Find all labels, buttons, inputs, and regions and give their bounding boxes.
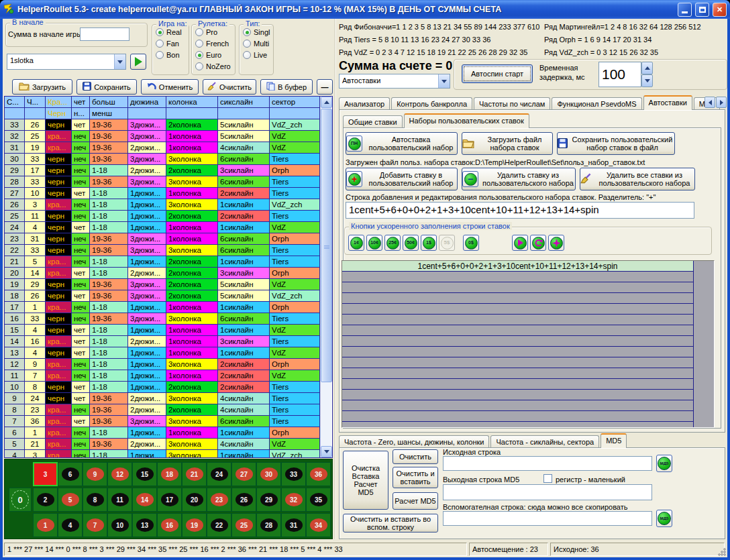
radio-option-live[interactable]: Live [243, 51, 273, 59]
roulette-number-28[interactable]: 28 [256, 513, 281, 537]
roulette-number-4[interactable]: 4 [58, 513, 83, 537]
add-bet-button[interactable]: + Добавить ставку в пользовательский наб… [346, 168, 458, 190]
radio-option-french[interactable]: French [195, 40, 235, 48]
roulette-number-19[interactable]: 19 [182, 513, 207, 537]
scroll-up-icon[interactable] [321, 97, 332, 108]
radio-option-fan[interactable]: Fan [156, 40, 189, 48]
roulette-number-0[interactable]: 0 [9, 488, 32, 512]
scrollbar-thumb[interactable] [321, 109, 332, 382]
table-header[interactable]: менш [90, 108, 128, 119]
close-button[interactable]: ✕ [713, 3, 727, 17]
tab-scroll-left-icon[interactable] [705, 97, 715, 108]
source-string-input[interactable] [443, 456, 652, 471]
roulette-number-7[interactable]: 7 [83, 513, 107, 537]
remove-all-bets-button[interactable]: Удалить все ставки из пользовательского … [580, 168, 695, 190]
autospin-start-button[interactable]: Автоспин старт [462, 64, 533, 83]
roulette-number-22[interactable]: 22 [207, 513, 231, 537]
roulette-number-31[interactable]: 31 [281, 513, 306, 537]
md5-calc-icon[interactable]: МД5 [656, 455, 672, 472]
roulette-number-3[interactable]: 3 [33, 462, 58, 486]
roulette-number-15[interactable]: 15 [132, 462, 157, 486]
aux-string-input[interactable] [443, 511, 652, 526]
table-header[interactable]: Кра... [46, 97, 72, 108]
md5-aux-icon[interactable]: МД5 [656, 510, 672, 527]
load-bet-file-button[interactable]: Загрузить файл набора ставок [462, 132, 553, 155]
to-buffer-button[interactable]: В буфер [260, 79, 313, 95]
table-header[interactable]: больш [90, 97, 128, 108]
chevron-down-icon[interactable] [114, 54, 125, 69]
run-preset-button[interactable] [130, 54, 146, 70]
quick-bet-10-button[interactable]: 10¢ [366, 235, 382, 251]
tab-scroll-right-icon[interactable] [716, 97, 727, 108]
autobet-user-set-button[interactable]: ПН Автоставка пользовательский набор [346, 132, 458, 155]
radio-option-multi[interactable]: Multi [243, 40, 273, 48]
roulette-number-11[interactable]: 11 [107, 488, 132, 512]
md5-clear-paste-aux-button[interactable]: Очистить и вставить во вспом. строку [343, 514, 438, 533]
table-scrollbar[interactable] [320, 97, 331, 457]
radio-option-real[interactable]: Real [156, 28, 189, 36]
table-header[interactable]: сикслайн [218, 97, 270, 108]
roulette-number-26[interactable]: 26 [231, 488, 256, 512]
maximize-button[interactable] [695, 3, 709, 17]
preset-combo[interactable]: 1slotka [7, 54, 126, 70]
save-button[interactable]: Сохранить [76, 79, 137, 95]
save-bet-file-button[interactable]: Сохранить пользовательский набор ставок … [557, 132, 675, 155]
roulette-number-20[interactable]: 20 [182, 488, 207, 512]
clear-button[interactable]: Очистить [203, 79, 256, 95]
subtab-общие-ставки[interactable]: Общие ставки [343, 115, 403, 128]
md5-clear-paste-button[interactable]: Очистить и вставить [393, 467, 438, 488]
bottomtab-md5[interactable]: MD5 [601, 433, 627, 448]
table-header[interactable]: сектор [270, 97, 320, 108]
bet-string-input[interactable]: 1cent+5+6+0+0+2+1+3+10cent+10+11+12+13+1… [346, 202, 694, 219]
quick-refresh-button[interactable] [530, 235, 546, 251]
roulette-number-33[interactable]: 33 [281, 462, 306, 486]
scroll-down-icon[interactable] [321, 446, 332, 457]
bottomtab-частота-сиклайны-сектора[interactable]: Частота - сиклайны, сектора [490, 435, 599, 448]
roulette-number-10[interactable]: 10 [107, 513, 132, 537]
quick-star-button[interactable] [548, 235, 564, 251]
radio-option-euro[interactable]: Euro [195, 51, 235, 59]
resize-grip[interactable] [717, 547, 726, 556]
table-header[interactable] [25, 108, 46, 119]
bottomtab-частота-zero-шансы-дюжины-колонки[interactable]: Частота - Zero, шансы, дюжины, колонки [339, 435, 489, 448]
table-header[interactable]: колонка [166, 97, 218, 108]
radio-option-bon[interactable]: Bon [156, 51, 189, 59]
table-header[interactable]: чет [72, 97, 90, 108]
collapse-button[interactable]: — [317, 79, 333, 95]
bet-list-item[interactable]: 1cent+5+6+0+0+2+1+3+10cent+10+11+12+13+1… [342, 261, 693, 272]
quick-bet-50-button[interactable]: 50¢ [403, 235, 419, 251]
table-header[interactable] [270, 108, 320, 119]
title-bar[interactable]: HelperRoullet 5.3- create helperroullet@… [0, 0, 730, 19]
roulette-number-35[interactable]: 35 [306, 488, 331, 512]
mode-combo[interactable]: Автоставки [339, 74, 450, 89]
roulette-number-12[interactable]: 12 [107, 462, 132, 486]
roulette-number-13[interactable]: 13 [132, 513, 157, 537]
table-header[interactable]: дюжина [128, 97, 166, 108]
roulette-number-23[interactable]: 23 [207, 488, 231, 512]
minimize-button[interactable] [678, 3, 692, 17]
quick-bet-0-button[interactable]: 0$ [463, 235, 479, 251]
table-header[interactable] [166, 108, 218, 119]
table-header[interactable]: н... [72, 108, 90, 119]
spinner-up-icon[interactable] [641, 62, 653, 74]
roulette-number-8[interactable]: 8 [83, 488, 107, 512]
tab-контроль-банкролла[interactable]: Контроль банкролла [391, 97, 472, 110]
roulette-number-14[interactable]: 14 [132, 488, 157, 512]
roulette-number-5[interactable]: 5 [58, 488, 83, 512]
roulette-number-21[interactable]: 21 [182, 462, 207, 486]
spinner-down-icon[interactable] [641, 74, 653, 87]
table-header[interactable]: Ч... [25, 97, 46, 108]
roulette-number-6[interactable]: 6 [58, 462, 83, 486]
quick-bet-1-button[interactable]: 1¢ [348, 235, 364, 251]
tab-анализатор[interactable]: Анализатор [339, 97, 390, 110]
roulette-number-36[interactable]: 36 [306, 462, 331, 486]
table-header[interactable]: С... [5, 97, 25, 108]
subtab-наборы-пользовательских-ставок[interactable]: Наборы пользовательских ставок [404, 113, 529, 128]
register-checkbox[interactable] [543, 474, 552, 483]
roulette-number-30[interactable]: 30 [256, 462, 281, 486]
md5-clear-button[interactable]: Очистить [393, 449, 438, 464]
delay-input[interactable]: 100 [598, 62, 641, 87]
roulette-number-9[interactable]: 9 [83, 462, 107, 486]
md5-big-button[interactable]: Очистка Вставка Расчет MD5 [343, 451, 388, 510]
roulette-number-27[interactable]: 27 [231, 462, 256, 486]
